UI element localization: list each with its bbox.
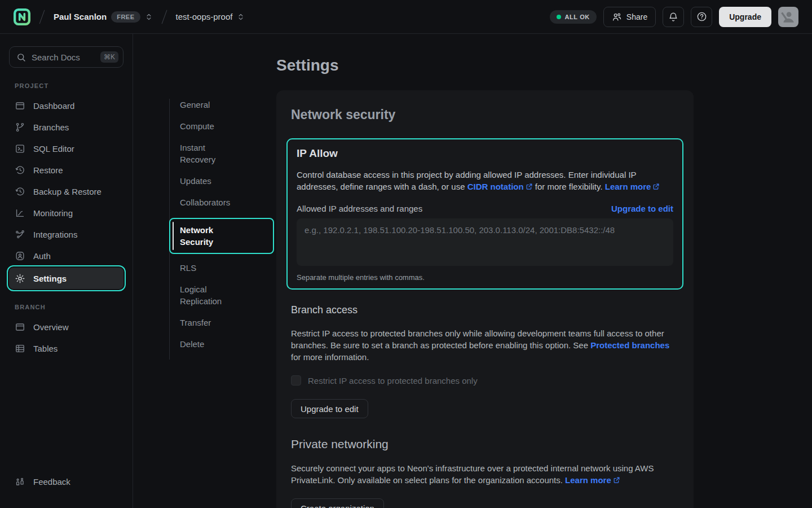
external-link-icon [613,476,620,484]
project-breadcrumb[interactable]: test-oops-proof [176,12,245,21]
ip-allow-description: Control database access in this project … [297,169,669,192]
sidebar-item-sql-editor[interactable]: SQL Editor [9,138,123,159]
bell-icon [668,12,678,22]
notifications-button[interactable] [663,7,684,27]
settings-nav-collaborators[interactable]: Collaborators [170,196,243,208]
history-clock-icon [15,165,25,176]
integrations-nodes-icon [15,229,25,240]
status-ok-dot [557,15,561,19]
window-icon [15,322,25,332]
settings-nav-network-security[interactable]: Network Security [169,218,274,254]
sidebar-item-auth[interactable]: Auth [9,245,123,266]
help-button[interactable] [691,7,712,27]
settings-nav-transfer[interactable]: Transfer [170,317,243,329]
sidebar-item-backup-restore[interactable]: Backup & Restore [9,181,123,202]
keyboard-shortcut-badge: ⌘K [100,51,118,63]
share-label: Share [626,12,647,21]
sidebar-item-label: Overview [33,322,69,332]
history-clock-icon [15,186,25,197]
section-title: Network security [291,107,679,122]
top-bar: Paul Scanlon FREE test-oops-proof ALL OK… [0,0,812,34]
restrict-ip-checkbox[interactable] [291,375,301,386]
settings-nav-rls[interactable]: RLS [170,262,243,274]
settings-nav-updates[interactable]: Updates [170,175,243,187]
breadcrumb-divider [39,10,45,24]
sidebar-item-label: Tables [33,344,58,353]
sidebar-item-label: Integrations [33,230,77,239]
ip-helper-text: Separate multiple entries with commas. [297,273,673,282]
protected-branches-link[interactable]: Protected branches [590,340,669,350]
sidebar-item-label: Dashboard [33,101,74,111]
network-security-card: Network security IP Allow Control databa… [276,90,694,508]
upgrade-to-edit-button[interactable]: Upgrade to edit [291,399,368,418]
feedback-label: Feedback [33,477,70,487]
status-label: ALL OK [565,14,590,20]
sidebar-item-restore[interactable]: Restore [9,159,123,181]
sidebar-item-label: SQL Editor [33,144,74,154]
settings-nav-instant-recovery[interactable]: Instant Recovery [170,142,243,165]
search-docs-box[interactable]: ⌘K [9,46,123,68]
ip-field-label: Allowed IP addresses and ranges [297,204,422,213]
status-badge[interactable]: ALL OK [550,10,597,24]
feedback-button[interactable]: Feedback [9,471,124,492]
sidebar-item-label: Branches [33,122,69,132]
create-organization-button[interactable]: Create organization [291,498,384,508]
restrict-ip-checkbox-label: Restrict IP access to protected branches… [308,376,478,386]
upgrade-button[interactable]: Upgrade [719,7,771,27]
settings-nav-delete[interactable]: Delete [170,338,243,350]
sidebar: ⌘K PROJECT Dashboard Branches SQL Editor… [0,34,133,508]
settings-nav-compute[interactable]: Compute [170,120,243,132]
settings-nav-general[interactable]: General [170,99,243,111]
main-content: Settings Network security IP Allow Contr… [276,34,694,508]
upgrade-to-edit-link[interactable]: Upgrade to edit [611,204,673,213]
neon-logo-icon[interactable] [14,8,30,25]
ip-allow-title: IP Allow [297,147,673,160]
restrict-ip-checkbox-row: Restrict IP access to protected branches… [291,375,679,386]
ip-addresses-input[interactable] [297,218,673,266]
search-input[interactable] [32,52,95,62]
search-icon [16,52,26,62]
avatar[interactable] [778,7,798,27]
sidebar-item-label: Auth [33,251,51,261]
gear-icon [15,273,25,284]
branch-access-title: Branch access [291,304,679,316]
learn-more-link[interactable]: Learn more [605,182,660,191]
learn-more-link[interactable]: Learn more [565,475,620,485]
settings-nav-logical-replication[interactable]: Logical Replication [170,283,243,307]
plan-badge: FREE [111,11,140,23]
sidebar-item-monitoring[interactable]: Monitoring [9,202,123,224]
sidebar-item-label: Settings [33,274,67,283]
private-networking-title: Private networking [291,437,679,451]
ip-allow-panel: IP Allow Control database access in this… [286,138,683,290]
external-link-icon [526,183,533,190]
shield-user-icon [15,251,25,261]
external-link-icon [652,183,660,190]
sidebar-item-overview[interactable]: Overview [9,316,123,338]
share-button[interactable]: Share [603,7,656,27]
terminal-icon [15,143,25,154]
cidr-notation-link[interactable]: CIDR notation [467,182,533,191]
sidebar-item-tables[interactable]: Tables [9,338,123,359]
people-icon [612,12,622,22]
sidebar-item-settings[interactable]: Settings [9,268,123,289]
chart-icon [15,208,25,218]
project-name: test-oops-proof [176,12,233,21]
sidebar-item-label: Backup & Restore [33,187,102,196]
breadcrumb-divider [161,10,167,24]
branch-section-label: BRANCH [15,304,123,310]
page-title: Settings [276,56,694,75]
org-name: Paul Scanlon [54,12,107,21]
project-section-label: PROJECT [15,82,123,89]
sidebar-item-label: Monitoring [33,208,73,218]
chevron-up-down-icon [237,13,245,21]
settings-subnav: General Compute Instant Recovery Updates… [169,99,274,360]
private-networking-description: Securely connect your apps to Neon's inf… [291,462,674,486]
git-branch-icon [15,122,25,133]
org-breadcrumb[interactable]: Paul Scanlon FREE [54,11,153,23]
sidebar-item-branches[interactable]: Branches [9,116,123,138]
sidebar-item-dashboard[interactable]: Dashboard [9,95,123,116]
feedback-people-icon [15,476,25,487]
branch-access-description: Restrict IP access to protected branches… [291,327,674,363]
question-mark-icon [696,11,707,22]
sidebar-item-integrations[interactable]: Integrations [9,224,123,245]
